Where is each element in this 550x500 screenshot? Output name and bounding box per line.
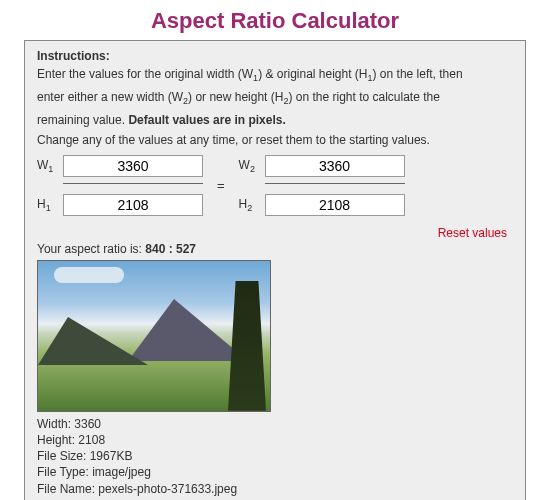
fraction-line-left	[63, 183, 203, 184]
cloud-shape	[54, 267, 124, 283]
text: ) on the right to calculate the	[288, 90, 439, 104]
h2-label: H2	[239, 197, 265, 213]
h1-label: H1	[37, 197, 63, 213]
text: remaining value.	[37, 113, 128, 127]
text: ) on the left, then	[373, 67, 463, 81]
value: 2108	[78, 433, 105, 447]
image-preview	[37, 260, 271, 412]
label: File Type:	[37, 465, 92, 479]
value: 1967KB	[90, 449, 133, 463]
instructions-line-2: enter either a new width (W2) or new hei…	[37, 88, 513, 109]
sub: 1	[48, 164, 53, 174]
mountain-shape-2	[38, 317, 148, 365]
new-column: W2 H2	[239, 151, 405, 220]
meta-name: File Name: pexels-photo-371633.jpeg	[37, 481, 513, 497]
text: W	[239, 158, 250, 172]
calculator-panel: Instructions: Enter the values for the o…	[24, 40, 526, 500]
meta-width: Width: 3360	[37, 416, 513, 432]
meta-size: File Size: 1967KB	[37, 448, 513, 464]
w1-label: W1	[37, 158, 63, 174]
w1-input[interactable]	[63, 155, 203, 177]
w2-label: W2	[239, 158, 265, 174]
label: Width:	[37, 417, 74, 431]
h1-row: H1	[37, 190, 203, 220]
sub: 1	[46, 203, 51, 213]
fraction-line-right	[265, 183, 405, 184]
text: W	[37, 158, 48, 172]
w1-row: W1	[37, 151, 203, 181]
w2-row: W2	[239, 151, 405, 181]
instructions-line-3: remaining value. Default values are in p…	[37, 111, 513, 129]
text: ) or new height (H	[188, 90, 283, 104]
text: H	[239, 197, 248, 211]
value: pexels-photo-371633.jpeg	[98, 482, 237, 496]
h1-input[interactable]	[63, 194, 203, 216]
aspect-ratio-display: Your aspect ratio is: 840 : 527	[37, 242, 513, 256]
h2-row: H2	[239, 190, 405, 220]
original-column: W1 H1	[37, 151, 203, 220]
page-title: Aspect Ratio Calculator	[0, 8, 550, 34]
text: Enter the values for the original width …	[37, 67, 253, 81]
label: Height:	[37, 433, 78, 447]
equals-sign: =	[203, 178, 239, 193]
text-bold: Default values are in pixels.	[128, 113, 285, 127]
label: File Size:	[37, 449, 90, 463]
label: File Name:	[37, 482, 98, 496]
instructions-heading: Instructions:	[37, 49, 513, 63]
instructions-line-4: Change any of the values at any time, or…	[37, 131, 513, 149]
ratio-prefix: Your aspect ratio is:	[37, 242, 145, 256]
value: 3360	[74, 417, 101, 431]
text: H	[37, 197, 46, 211]
meta-height: Height: 2108	[37, 432, 513, 448]
image-metadata: Width: 3360 Height: 2108 File Size: 1967…	[37, 416, 513, 497]
w2-input[interactable]	[265, 155, 405, 177]
text: ) & original height (H	[258, 67, 367, 81]
sub: 2	[250, 164, 255, 174]
reset-link[interactable]: Reset values	[37, 226, 507, 240]
instructions-line-1: Enter the values for the original width …	[37, 65, 513, 86]
text: enter either a new width (W	[37, 90, 183, 104]
sub: 2	[247, 203, 252, 213]
meta-type: File Type: image/jpeg	[37, 464, 513, 480]
calculator-grid: W1 H1 = W2 H2	[37, 151, 513, 220]
value: image/jpeg	[92, 465, 151, 479]
ratio-value: 840 : 527	[145, 242, 196, 256]
h2-input[interactable]	[265, 194, 405, 216]
